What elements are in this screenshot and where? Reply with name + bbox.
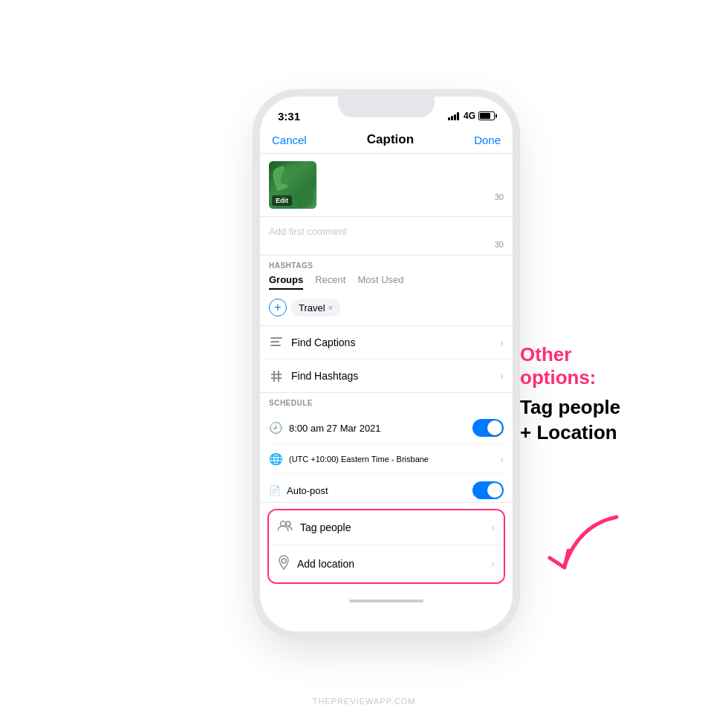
find-hashtags-item[interactable]: Find Hashtags › [260,360,513,392]
done-button[interactable]: Done [474,134,501,146]
battery-icon [478,111,495,120]
hashtags-label: HASHTAGS [269,261,504,270]
schedule-label: SCHEDULE [269,399,504,407]
annotation-title: Otheroptions: [520,343,669,389]
find-hashtags-label: Find Hashtags [291,370,358,382]
schedule-section: SCHEDULE 🕗 8:00 am 27 Mar 2021 🌐 [260,393,513,503]
tag-people-label: Tag people [300,521,351,533]
hash-icon [269,368,284,383]
add-location-label: Add location [297,558,354,570]
add-location-item[interactable]: Add location › [269,545,504,582]
menu-items: Find Captions › [260,326,513,393]
tag-remove-icon[interactable]: × [328,303,333,312]
clock-icon: 🕗 [269,421,283,435]
tab-groups[interactable]: Groups [269,274,303,290]
phone-screen: 3:31 4G Cancel Caption [260,97,513,631]
auto-post-toggle[interactable] [472,481,504,499]
schedule-items: 🕗 8:00 am 27 Mar 2021 🌐 (UTC +10:00) Eas… [269,412,504,502]
status-time: 3:31 [278,110,300,123]
comment-char-count: 30 [269,240,504,249]
lines-icon [269,335,284,350]
home-indicator [260,590,513,612]
edit-label[interactable]: Edit [272,195,292,206]
arrow-icon [542,510,631,576]
add-location-chevron: › [491,558,495,570]
svg-rect-2 [270,345,281,346]
tab-most-used[interactable]: Most Used [357,274,403,290]
caption-char-count: 30 [324,192,504,201]
schedule-timezone: (UTC +10:00) Eastern Time - Brisbane [289,455,429,464]
home-bar [349,599,423,602]
tab-recent[interactable]: Recent [315,274,345,290]
timezone-chevron: › [500,453,504,465]
tag-people-item[interactable]: Tag people › [269,510,504,545]
phone-mockup: 3:31 4G Cancel Caption [260,97,513,631]
bottom-options: Tag people › Add locatio [267,509,505,584]
auto-post-label: Auto-post [287,485,328,496]
hashtags-section: HASHTAGS Groups Recent Most Used + Trave… [260,256,513,326]
annotation-subtitle: Tag people+ Location [520,396,669,446]
location-icon [278,555,290,573]
tag-people-chevron: › [491,521,495,533]
cancel-button[interactable]: Cancel [272,134,307,146]
auto-post-icon: 📄 [269,485,281,496]
chevron-icon-2: › [500,370,504,382]
add-tag-button[interactable]: + [269,299,287,316]
tag-chip-travel[interactable]: Travel × [291,299,340,316]
post-thumbnail[interactable]: Edit [269,161,316,209]
signal-icon [448,111,459,120]
schedule-datetime: 8:00 am 27 Mar 2021 [289,423,381,434]
screen-content: Edit 30 Add first comment 30 HASHTAGS [260,154,513,631]
svg-point-8 [286,521,290,526]
nav-title: Caption [367,132,414,147]
find-captions-label: Find Captions [291,337,355,348]
svg-rect-0 [270,337,282,339]
arrow-container [542,510,631,579]
hashtag-tabs: Groups Recent Most Used [269,274,504,290]
schedule-datetime-item[interactable]: 🕗 8:00 am 27 Mar 2021 [269,412,504,445]
caption-input[interactable] [324,161,504,191]
first-comment-section: Add first comment 30 [260,217,513,256]
tag-label: Travel [299,302,325,313]
hashtag-tags: + Travel × [269,296,504,322]
schedule-timezone-item[interactable]: 🌐 (UTC +10:00) Eastern Time - Brisbane › [269,445,504,474]
schedule-toggle[interactable] [472,419,504,437]
svg-rect-1 [270,341,279,342]
annotation: Otheroptions: Tag people+ Location [520,343,669,446]
footer-text: THEPREVIEWAPP.COM [313,697,416,706]
caption-area: Edit 30 [260,154,513,217]
caption-text-wrapper: 30 [324,161,504,201]
phone-notch [338,97,435,117]
chevron-icon: › [500,337,504,348]
find-captions-item[interactable]: Find Captions › [260,326,513,360]
status-icons: 4G [448,111,495,121]
first-comment-input[interactable]: Add first comment [269,223,504,240]
globe-icon: 🌐 [269,452,283,466]
nav-bar: Cancel Caption Done [260,129,513,154]
network-label: 4G [464,111,475,121]
svg-point-9 [282,559,286,563]
auto-post-row: 📄 Auto-post [269,474,504,502]
page-wrapper: 3:31 4G Cancel Caption [0,0,728,728]
people-icon [278,520,293,535]
